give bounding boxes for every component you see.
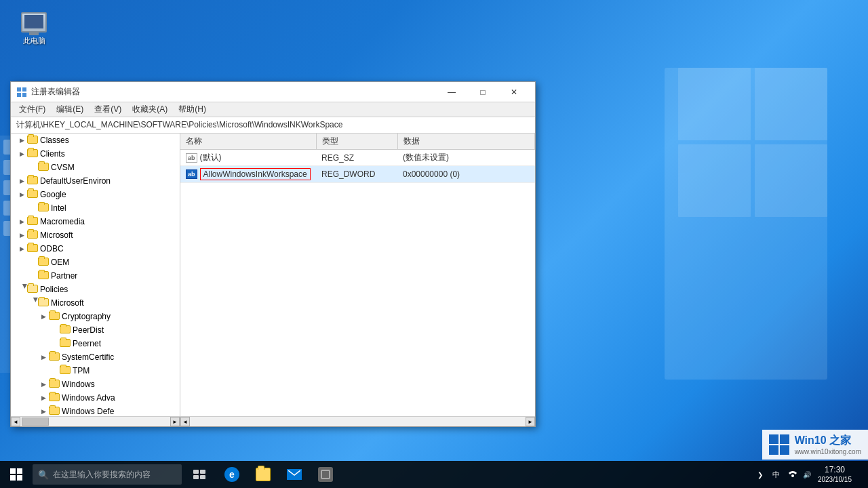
tree-expand-microsoft[interactable]: ▶ (16, 228, 27, 242)
tree-item-windowsadva[interactable]: ▶ Windows Adva (11, 391, 180, 405)
tree-item-peernet[interactable]: ▶ Peernet (11, 337, 180, 350)
value-hscrollbar[interactable]: ◄ ► (180, 417, 535, 426)
regedit-window: 注册表编辑器 ― □ ✕ 文件(F) 编辑(E) 查看(V) 收藏夹(A) 帮助… (10, 81, 536, 427)
app4-icon (318, 467, 333, 482)
tree-item-microsoft[interactable]: ▶ Microsoft (11, 228, 180, 242)
col-name[interactable]: 名称 (180, 134, 316, 150)
tree-expand-clients[interactable]: ▶ (16, 147, 27, 161)
start-button[interactable] (0, 461, 33, 488)
tree-hscrollbar[interactable]: ◄ ► (11, 417, 180, 426)
value-scroll-track[interactable] (190, 417, 526, 426)
tree-item-macromedia[interactable]: ▶ Macromedia (11, 215, 180, 228)
menu-view[interactable]: 查看(V) (89, 102, 127, 117)
folder-icon-windows (49, 380, 60, 389)
tree-item-tpm[interactable]: ▶ TPM (11, 364, 180, 378)
tree-expand-defaultuser[interactable]: ▶ (16, 174, 27, 188)
desktop-icon-label: 此电脑 (23, 36, 45, 46)
tree-item-intel[interactable]: ▶ Intel (11, 201, 180, 215)
tree-label-microsoft: Microsoft (40, 230, 73, 240)
tree-expand-odbc[interactable]: ▶ (16, 242, 27, 256)
tree-expand-policies[interactable]: ▶ (15, 284, 28, 295)
folder-icon-partner (38, 271, 49, 281)
menu-edit[interactable]: 编辑(E) (51, 102, 89, 117)
win10-text-block: Win10 之家 www.win10xitong.com (795, 434, 861, 455)
maximize-button[interactable]: □ (467, 82, 498, 102)
reg-icon-default: ab (默认) (186, 152, 222, 163)
icon-colored: ab (186, 169, 197, 179)
window-controls: ― □ ✕ (436, 82, 530, 102)
tree-label-odbc: ODBC (40, 244, 64, 253)
tree-label-systemcert: SystemCertific (62, 352, 114, 362)
menu-help[interactable]: 帮助(H) (173, 102, 212, 117)
show-desktop[interactable] (859, 461, 863, 488)
tree-scroll-left[interactable]: ◄ (11, 417, 20, 426)
close-button[interactable]: ✕ (498, 82, 530, 102)
tree-item-systemcert[interactable]: ▶ SystemCertific (11, 350, 180, 364)
folder-icon-odbc (27, 244, 38, 253)
tree-item-google[interactable]: ▶ Google (11, 188, 180, 201)
tree-item-policies-microsoft[interactable]: ▶ Microsoft (11, 296, 180, 310)
win10-url-text: www.win10xitong.com (795, 448, 861, 455)
tree-expand-google[interactable]: ▶ (16, 188, 27, 201)
taskbar-app4[interactable] (311, 461, 340, 488)
taskbar-edge[interactable]: e (217, 461, 247, 488)
taskview-button[interactable] (184, 461, 214, 488)
value-scroll-left[interactable]: ◄ (180, 417, 190, 426)
tree-item-clients[interactable]: ▶ Clients (11, 147, 180, 161)
tree-scroll-right[interactable]: ► (170, 417, 180, 426)
tree-item-defaultuser[interactable]: ▶ DefaultUserEnviron (11, 174, 180, 188)
col-data[interactable]: 数据 (397, 134, 535, 150)
menu-favorites[interactable]: 收藏夹(A) (127, 102, 173, 117)
svg-rect-6 (193, 475, 199, 479)
menu-file[interactable]: 文件(F) (14, 102, 51, 117)
value-row-allow[interactable]: ab AllowWindowsInkWorkspace REG_DWORD 0x… (180, 166, 535, 183)
tree-expand-windowsadva[interactable]: ▶ (38, 391, 49, 405)
search-icon: 🔍 (38, 470, 49, 480)
systray-ime[interactable]: 中 (770, 468, 783, 481)
value-panel[interactable]: 名称 类型 数据 ab (默认) (180, 134, 535, 416)
svg-rect-4 (193, 470, 199, 474)
tree-item-policies[interactable]: ▶ Policies (11, 283, 180, 296)
tree-scroll-thumb[interactable] (22, 418, 49, 426)
tree-item-peerdist[interactable]: ▶ PeerDist (11, 323, 180, 337)
taskbar-mail[interactable] (279, 461, 309, 488)
tree-expand-macromedia[interactable]: ▶ (16, 215, 27, 228)
tree-item-classes[interactable]: ▶ Classes (11, 134, 180, 147)
tree-expand-policies-microsoft[interactable]: ▶ (26, 298, 39, 308)
tree-panel[interactable]: ▶ Classes ▶ Clients ▶ CVSM (11, 134, 180, 416)
tree-item-windowsdefe[interactable]: ▶ Windows Defe (11, 405, 180, 416)
folder-icon-classes (27, 136, 38, 145)
tree-item-oem[interactable]: ▶ OEM (11, 256, 180, 269)
tree-label-defaultuser: DefaultUserEnviron (40, 176, 111, 186)
value-row-default[interactable]: ab (默认) REG_SZ (数值未设置) (180, 150, 535, 166)
value-scroll-right[interactable]: ► (526, 417, 535, 426)
systray-clock[interactable]: 17:30 2023/10/15 (814, 463, 856, 487)
folder-icon-microsoft (27, 230, 38, 240)
tree-item-cryptography[interactable]: ▶ Cryptography (11, 310, 180, 323)
tree-item-partner[interactable]: ▶ Partner (11, 269, 180, 283)
tree-item-windows[interactable]: ▶ Windows (11, 378, 180, 391)
tree-expand-windowsdefe[interactable]: ▶ (38, 405, 49, 416)
tree-expand-windows[interactable]: ▶ (38, 378, 49, 391)
systray-chevron[interactable]: ❯ (757, 470, 767, 479)
tree-scroll-track[interactable] (20, 417, 170, 426)
minimize-button[interactable]: ― (436, 82, 467, 102)
tree-item-cvsm[interactable]: ▶ CVSM (11, 161, 180, 174)
taskbar-explorer[interactable] (248, 461, 278, 488)
taskbar-search[interactable]: 🔍 在这里输入你要搜索的内容 (33, 464, 182, 485)
taskbar: 🔍 在这里输入你要搜索的内容 e (0, 461, 868, 488)
mail-icon (287, 469, 302, 480)
tree-label-macromedia: Macromedia (40, 217, 85, 226)
folder-icon-tpm (60, 366, 71, 375)
tree-expand-cryptography[interactable]: ▶ (38, 310, 49, 323)
systray-network[interactable] (785, 468, 800, 481)
tree-expand-systemcert[interactable]: ▶ (38, 350, 49, 364)
tree-label-windowsdefe: Windows Defe (62, 407, 114, 416)
systray-volume[interactable]: 🔊 (803, 471, 811, 479)
col-type[interactable]: 类型 (316, 134, 397, 150)
tree-label-policies: Policies (40, 285, 68, 294)
tree-item-odbc[interactable]: ▶ ODBC (11, 242, 180, 256)
folder-icon-policies-microsoft (38, 298, 49, 308)
tree-expand-classes[interactable]: ▶ (16, 134, 27, 147)
desktop-icon-mypc[interactable]: 此电脑 (10, 10, 58, 46)
